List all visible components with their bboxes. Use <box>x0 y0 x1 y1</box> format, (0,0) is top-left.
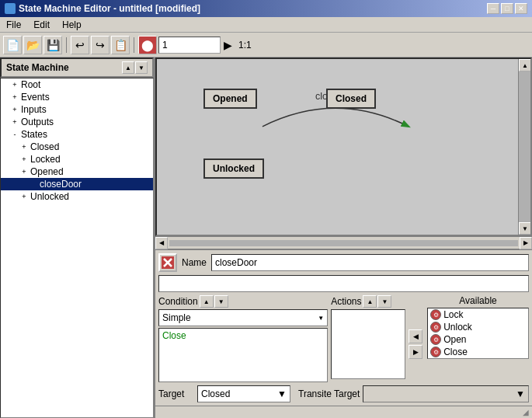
tree-header: State Machine ▲ ▼ <box>0 57 154 78</box>
state-closed-label: Closed <box>336 93 367 104</box>
scroll-right-btn[interactable]: ▶ <box>520 237 532 249</box>
maximize-button[interactable]: □ <box>501 3 513 14</box>
step-input[interactable]: 1 <box>158 37 221 54</box>
tree-node-events[interactable]: + Events <box>1 91 153 103</box>
horizontal-scrollbar[interactable]: ◀ ▶ <box>155 236 532 249</box>
title-bar: State Machine Editor - untitled [modifie… <box>0 0 532 17</box>
tree-label-unlocked: Unlocked <box>30 191 69 202</box>
actions-with-move: ◀ ▶ <box>331 309 424 379</box>
status-bar: ◢ <box>155 406 532 418</box>
tree-node-inputs[interactable]: + Inputs <box>1 103 153 116</box>
close-button[interactable]: ✕ <box>515 3 527 14</box>
expand-unlocked[interactable]: + <box>19 193 29 200</box>
zoom-label: 1:1 <box>238 40 252 51</box>
avail-icon-close: ⚙ <box>430 347 441 357</box>
condition-dropdown[interactable]: Simple ▼ <box>158 309 328 326</box>
new-button[interactable]: 📄 <box>3 36 22 54</box>
separator-1 <box>66 37 67 53</box>
actions-down-btn[interactable]: ▼ <box>377 295 391 308</box>
state-unlocked-label: Unlocked <box>213 163 255 174</box>
tree-scroll-up[interactable]: ▲ <box>122 61 134 74</box>
tree-node-unlocked[interactable]: + Unlocked <box>1 190 153 203</box>
scroll-track-h <box>169 240 518 246</box>
delete-button[interactable] <box>158 253 177 272</box>
scroll-track-v <box>519 71 530 222</box>
redo-button[interactable]: ↪ <box>91 36 110 54</box>
file-menu[interactable]: File <box>3 19 24 31</box>
avail-label-close: Close <box>443 347 468 357</box>
arrow-icon: ▶ <box>224 39 232 51</box>
resize-grip[interactable]: ◢ <box>523 408 529 416</box>
actions-text-area[interactable] <box>331 309 405 379</box>
stop-button[interactable]: ⬤ <box>138 36 157 54</box>
transite-label: Transite Target <box>298 388 360 399</box>
avail-item-open[interactable]: ⚙ Open <box>428 333 528 346</box>
avail-item-close[interactable]: ⚙ Close <box>428 346 528 358</box>
properties-panel: Name closeDoor Condition ▲ ▼ <box>155 249 532 406</box>
expand-states[interactable]: - <box>10 131 19 138</box>
expand-locked[interactable]: + <box>19 155 29 163</box>
title-text: State Machine Editor - untitled [modifie… <box>19 3 200 14</box>
help-menu[interactable]: Help <box>59 19 85 31</box>
tree-label-root: Root <box>21 79 40 90</box>
state-unlocked[interactable]: Unlocked <box>203 158 264 179</box>
state-opened-label: Opened <box>213 93 248 104</box>
tree-node-closed[interactable]: + Closed <box>1 141 153 153</box>
app-icon <box>5 3 16 14</box>
expand-opened[interactable]: + <box>19 168 29 176</box>
scroll-down-btn[interactable]: ▼ <box>519 222 531 235</box>
separator-2 <box>134 37 134 53</box>
undo-button[interactable]: ↩ <box>71 36 89 54</box>
tree-label-locked: Locked <box>30 154 61 165</box>
tree-node-root[interactable]: + Root <box>1 78 153 91</box>
condition-text: Close <box>162 330 186 341</box>
expand-events[interactable]: + <box>10 93 19 101</box>
edit-menu[interactable]: Edit <box>30 19 53 31</box>
tree-node-closedoor[interactable]: closeDoor <box>1 178 153 190</box>
avail-item-unlock[interactable]: ⚙ Unlock <box>428 321 528 333</box>
tree-node-opened[interactable]: + Opened <box>1 165 153 178</box>
transite-dropdown[interactable]: ▼ <box>363 385 529 402</box>
tree-scroll-down[interactable]: ▼ <box>135 61 148 74</box>
name-input[interactable]: closeDoor <box>211 254 529 271</box>
actions-label: Actions <box>331 296 361 307</box>
tree-label-events: Events <box>21 92 50 103</box>
target-dropdown[interactable]: Closed ▼ <box>197 385 290 402</box>
save-button[interactable]: 💾 <box>43 36 62 54</box>
copy-button[interactable]: 📋 <box>111 36 130 54</box>
move-left-btn[interactable]: ◀ <box>409 329 422 343</box>
tree-node-outputs[interactable]: + Outputs <box>1 116 153 128</box>
scroll-left-btn[interactable]: ◀ <box>155 237 168 249</box>
move-right-btn[interactable]: ▶ <box>409 345 422 359</box>
state-opened[interactable]: Opened <box>203 89 257 109</box>
main-layout: State Machine ▲ ▼ + Root + Events + Inpu… <box>0 57 532 418</box>
toolbar: 📄 📂 💾 ↩ ↪ 📋 ⬤ 1 ▶ 1:1 <box>0 33 532 57</box>
condition-down-btn[interactable]: ▼ <box>214 295 228 308</box>
avail-icon-unlock: ⚙ <box>430 322 441 333</box>
avail-label-unlock: Unlock <box>443 322 472 333</box>
canvas-area[interactable]: ▲ ▼ closeDoor <box>155 57 532 236</box>
avail-icon-lock: ⚙ <box>430 309 441 320</box>
expand-outputs[interactable]: + <box>10 118 19 126</box>
expand-closed[interactable]: + <box>19 143 29 151</box>
expand-root[interactable]: + <box>10 81 19 89</box>
condition-text-area[interactable]: Close <box>158 328 328 382</box>
available-list: ⚙ Lock ⚙ Unlock ⚙ Open ⚙ <box>427 308 529 359</box>
condition-dropdown-arrow: ▼ <box>318 315 324 322</box>
tree-node-locked[interactable]: + Locked <box>1 153 153 165</box>
tree-view[interactable]: + Root + Events + Inputs + Outputs - Sta… <box>0 78 154 418</box>
transite-arrow: ▼ <box>516 388 525 399</box>
avail-item-lock[interactable]: ⚙ Lock <box>428 308 528 321</box>
condition-up-btn[interactable]: ▲ <box>200 295 214 308</box>
minimize-button[interactable]: ─ <box>487 3 499 14</box>
expand-inputs[interactable]: + <box>10 106 19 113</box>
actions-up-btn[interactable]: ▲ <box>363 295 377 308</box>
open-button[interactable]: 📂 <box>23 36 42 54</box>
vertical-scrollbar[interactable]: ▲ ▼ <box>518 59 530 235</box>
tree-node-states[interactable]: - States <box>1 128 153 141</box>
menu-bar: File Edit Help <box>0 17 532 33</box>
tree-label-closed: Closed <box>30 141 59 152</box>
display-row <box>158 275 529 292</box>
scroll-up-btn[interactable]: ▲ <box>519 59 531 71</box>
state-closed[interactable]: Closed <box>326 89 376 109</box>
